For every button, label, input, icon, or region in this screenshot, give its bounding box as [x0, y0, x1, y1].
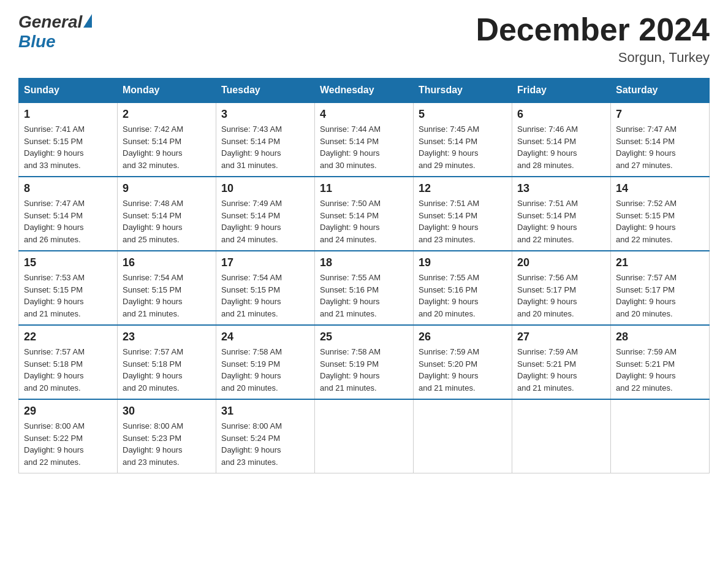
- sunset-label: Sunset: 5:15 PM: [616, 211, 675, 220]
- calendar-cell: [315, 399, 414, 473]
- daylight-label: Daylight: 9 hours: [517, 297, 577, 306]
- sunset-label: Sunset: 5:20 PM: [419, 359, 477, 369]
- sunrise-label: Sunrise: 7:55 AM: [419, 273, 479, 282]
- day-number: 15: [24, 256, 112, 269]
- calendar-cell: 12 Sunrise: 7:51 AM Sunset: 5:14 PM Dayl…: [414, 177, 512, 251]
- sunrise-label: Sunrise: 7:44 AM: [320, 124, 381, 134]
- daylight-minutes: and 22 minutes.: [616, 383, 673, 393]
- header-cell-sunday: Sunday: [19, 79, 118, 103]
- sunrise-label: Sunrise: 7:59 AM: [517, 347, 578, 356]
- day-info: Sunrise: 8:00 AM Sunset: 5:24 PM Dayligh…: [221, 420, 309, 468]
- daylight-label: Daylight: 9 hours: [419, 148, 479, 158]
- daylight-label: Daylight: 9 hours: [123, 148, 183, 158]
- daylight-minutes: and 20 minutes.: [616, 309, 673, 318]
- sunrise-label: Sunrise: 7:42 AM: [123, 124, 183, 134]
- day-number: 3: [221, 108, 309, 121]
- calendar-cell: 4 Sunrise: 7:44 AM Sunset: 5:14 PM Dayli…: [315, 102, 414, 177]
- day-number: 6: [517, 108, 605, 121]
- day-number: 29: [24, 405, 112, 418]
- calendar-cell: 26 Sunrise: 7:59 AM Sunset: 5:20 PM Dayl…: [414, 325, 512, 399]
- daylight-minutes: and 21 minutes.: [419, 383, 476, 393]
- sunrise-label: Sunrise: 8:00 AM: [123, 421, 183, 431]
- sunrise-label: Sunrise: 8:00 AM: [24, 421, 85, 431]
- daylight-label: Daylight: 9 hours: [320, 371, 380, 380]
- day-number: 30: [123, 405, 211, 418]
- day-number: 26: [419, 331, 507, 343]
- day-info: Sunrise: 7:51 AM Sunset: 5:14 PM Dayligh…: [517, 197, 605, 245]
- day-number: 31: [221, 405, 309, 418]
- daylight-label: Daylight: 9 hours: [419, 297, 479, 306]
- calendar-cell: 7 Sunrise: 7:47 AM Sunset: 5:14 PM Dayli…: [611, 102, 710, 177]
- sunset-label: Sunset: 5:15 PM: [221, 285, 280, 294]
- sunset-label: Sunset: 5:16 PM: [320, 285, 379, 294]
- sunrise-label: Sunrise: 7:59 AM: [616, 347, 677, 356]
- day-info: Sunrise: 7:57 AM Sunset: 5:18 PM Dayligh…: [24, 346, 112, 394]
- header-cell-tuesday: Tuesday: [216, 79, 315, 103]
- sunset-label: Sunset: 5:14 PM: [419, 137, 477, 146]
- daylight-label: Daylight: 9 hours: [517, 148, 577, 158]
- calendar-cell: 27 Sunrise: 7:59 AM Sunset: 5:21 PM Dayl…: [512, 325, 611, 399]
- daylight-minutes: and 21 minutes.: [517, 383, 574, 393]
- day-info: Sunrise: 7:43 AM Sunset: 5:14 PM Dayligh…: [221, 123, 309, 171]
- logo-blue-text: Blue: [18, 32, 56, 52]
- daylight-minutes: and 23 minutes.: [419, 235, 476, 244]
- daylight-label: Daylight: 9 hours: [517, 371, 577, 380]
- day-info: Sunrise: 7:59 AM Sunset: 5:21 PM Dayligh…: [616, 346, 704, 394]
- day-number: 18: [320, 256, 408, 269]
- day-number: 7: [616, 108, 704, 121]
- day-number: 14: [616, 182, 704, 195]
- sunrise-label: Sunrise: 7:50 AM: [320, 199, 381, 208]
- daylight-minutes: and 21 minutes.: [320, 309, 377, 318]
- day-info: Sunrise: 7:53 AM Sunset: 5:15 PM Dayligh…: [24, 272, 112, 320]
- sunset-label: Sunset: 5:18 PM: [24, 359, 83, 369]
- calendar-cell: [414, 399, 512, 473]
- daylight-label: Daylight: 9 hours: [320, 297, 380, 306]
- daylight-label: Daylight: 9 hours: [24, 297, 84, 306]
- sunrise-label: Sunrise: 7:54 AM: [221, 273, 282, 282]
- day-info: Sunrise: 7:55 AM Sunset: 5:16 PM Dayligh…: [320, 272, 408, 320]
- day-number: 10: [221, 182, 309, 195]
- sunset-label: Sunset: 5:15 PM: [24, 137, 83, 146]
- sunset-label: Sunset: 5:15 PM: [123, 285, 181, 294]
- day-number: 9: [123, 182, 211, 195]
- logo-triangle-icon: [83, 14, 92, 28]
- daylight-minutes: and 26 minutes.: [24, 235, 81, 244]
- header-cell-saturday: Saturday: [611, 79, 710, 103]
- day-number: 13: [517, 182, 605, 195]
- daylight-label: Daylight: 9 hours: [419, 223, 479, 232]
- header-cell-wednesday: Wednesday: [315, 79, 414, 103]
- header-cell-monday: Monday: [118, 79, 216, 103]
- sunrise-label: Sunrise: 7:58 AM: [320, 347, 381, 356]
- daylight-label: Daylight: 9 hours: [221, 445, 281, 454]
- header-cell-friday: Friday: [512, 79, 611, 103]
- day-info: Sunrise: 7:50 AM Sunset: 5:14 PM Dayligh…: [320, 197, 408, 245]
- sunset-label: Sunset: 5:14 PM: [221, 211, 280, 220]
- sunrise-label: Sunrise: 7:51 AM: [517, 199, 578, 208]
- sunrise-label: Sunrise: 7:57 AM: [24, 347, 85, 356]
- sunset-label: Sunset: 5:14 PM: [24, 211, 83, 220]
- sunrise-label: Sunrise: 7:41 AM: [24, 124, 85, 134]
- daylight-label: Daylight: 9 hours: [517, 223, 577, 232]
- daylight-minutes: and 28 minutes.: [517, 161, 574, 170]
- day-number: 19: [419, 256, 507, 269]
- daylight-label: Daylight: 9 hours: [419, 371, 479, 380]
- day-info: Sunrise: 7:48 AM Sunset: 5:14 PM Dayligh…: [123, 197, 211, 245]
- calendar-cell: 16 Sunrise: 7:54 AM Sunset: 5:15 PM Dayl…: [118, 251, 216, 325]
- sunrise-label: Sunrise: 7:46 AM: [517, 124, 578, 134]
- day-number: 8: [24, 182, 112, 195]
- daylight-label: Daylight: 9 hours: [24, 371, 84, 380]
- day-number: 23: [123, 331, 211, 343]
- sunset-label: Sunset: 5:14 PM: [320, 211, 379, 220]
- sunset-label: Sunset: 5:14 PM: [123, 211, 181, 220]
- calendar-cell: 24 Sunrise: 7:58 AM Sunset: 5:19 PM Dayl…: [216, 325, 315, 399]
- calendar-cell: 31 Sunrise: 8:00 AM Sunset: 5:24 PM Dayl…: [216, 399, 315, 473]
- sunset-label: Sunset: 5:14 PM: [616, 137, 675, 146]
- sunset-label: Sunset: 5:15 PM: [24, 285, 83, 294]
- daylight-label: Daylight: 9 hours: [616, 223, 676, 232]
- daylight-minutes: and 22 minutes.: [517, 235, 574, 244]
- day-info: Sunrise: 7:59 AM Sunset: 5:21 PM Dayligh…: [517, 346, 605, 394]
- sunset-label: Sunset: 5:14 PM: [320, 137, 379, 146]
- sunrise-label: Sunrise: 7:58 AM: [221, 347, 282, 356]
- day-info: Sunrise: 7:59 AM Sunset: 5:20 PM Dayligh…: [419, 346, 507, 394]
- day-info: Sunrise: 8:00 AM Sunset: 5:23 PM Dayligh…: [123, 420, 211, 468]
